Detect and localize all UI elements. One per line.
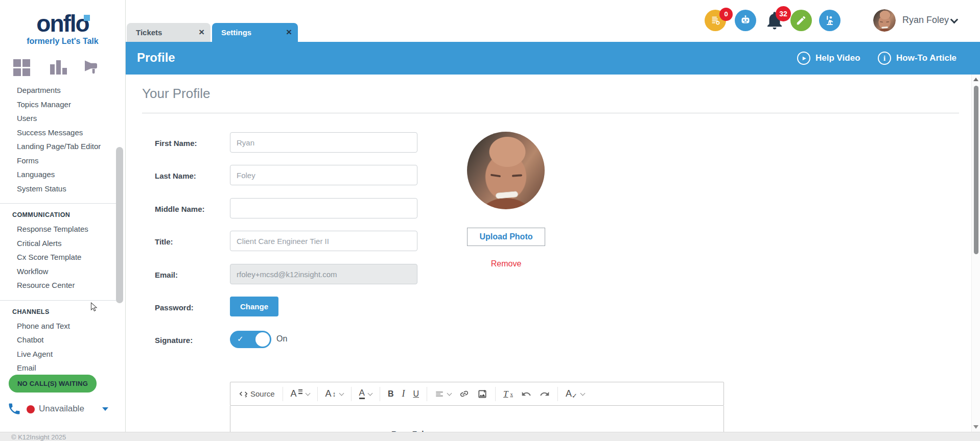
- user-menu-name[interactable]: Ryan Foley: [902, 15, 949, 26]
- help-video-link[interactable]: Help Video: [797, 51, 860, 65]
- sidebar-divider: [0, 203, 118, 204]
- chevron-down-icon: [305, 390, 310, 396]
- sidebar-section-communication: COMMUNICATION: [0, 208, 118, 222]
- user-avatar[interactable]: [873, 9, 896, 32]
- raise-hand-icon[interactable]: [819, 10, 841, 31]
- chevron-down-icon: [339, 390, 344, 396]
- sidebar-item-forms[interactable]: Forms: [0, 154, 118, 168]
- phone-icon[interactable]: [7, 402, 21, 418]
- tab-settings-close-icon[interactable]: ×: [286, 23, 292, 41]
- sidebar-item-resource-center[interactable]: Resource Center: [0, 278, 118, 292]
- remove-photo-link[interactable]: Remove: [467, 259, 545, 268]
- section-title: Your Profile: [142, 86, 210, 102]
- app-logo[interactable]: onflo formerly Let's Talk: [0, 11, 125, 46]
- tab-tickets-close-icon[interactable]: ×: [199, 23, 204, 41]
- compose-pencil-icon[interactable]: [790, 10, 812, 31]
- status-unavailable-dot: [27, 405, 35, 413]
- chevron-down-icon: [580, 390, 585, 396]
- font-color-button[interactable]: A: [356, 386, 375, 401]
- sidebar-item-response-templates[interactable]: Response Templates: [0, 222, 118, 236]
- remove-format-button[interactable]: Tx: [500, 387, 516, 401]
- first-name-input[interactable]: [230, 132, 417, 153]
- scrollbar-thumb[interactable]: [974, 86, 978, 254]
- user-avatar-photo: [873, 9, 896, 32]
- sidebar-item-workflow[interactable]: Workflow: [0, 264, 118, 279]
- availability-control: Unavailable: [7, 400, 120, 419]
- bar-chart-icon[interactable]: [50, 59, 68, 77]
- undo-button[interactable]: [518, 387, 534, 401]
- how-to-article-link[interactable]: i How-To Article: [878, 51, 956, 65]
- title-label: Title:: [155, 237, 173, 246]
- profile-photo: [467, 132, 545, 209]
- chevron-down-icon: [447, 390, 452, 396]
- sidebar-item-departments[interactable]: Departments: [0, 83, 118, 97]
- email-label: Email:: [155, 271, 178, 279]
- sidebar-item-system-status[interactable]: System Status: [0, 182, 118, 196]
- font-size-button[interactable]: A↕: [322, 386, 346, 401]
- call-status-pill[interactable]: NO CALL(S) WAITING: [9, 375, 97, 393]
- italic-button[interactable]: I: [399, 386, 408, 401]
- font-family-button[interactable]: A: [288, 386, 313, 401]
- copyright-text: © K12Insight 2025: [11, 433, 66, 441]
- availability-caret-icon[interactable]: [102, 407, 108, 411]
- scrollbar-down-arrow[interactable]: [973, 425, 978, 429]
- last-name-input[interactable]: [230, 165, 417, 185]
- change-password-button[interactable]: Change: [230, 297, 278, 316]
- footer-bar: © K12Insight 2025: [0, 432, 980, 441]
- availability-label: Unavailable: [39, 404, 84, 414]
- chevron-down-icon: [367, 390, 372, 396]
- last-name-label: Last Name:: [155, 172, 196, 180]
- dashboard-grid-icon[interactable]: [13, 59, 30, 76]
- signature-label: Signature:: [155, 336, 193, 345]
- alignment-button[interactable]: [432, 387, 454, 401]
- redo-button[interactable]: [536, 387, 553, 401]
- sidebar-item-email[interactable]: Email: [0, 361, 118, 375]
- forms-badge[interactable]: 0: [719, 8, 733, 21]
- logo-square-accent: [84, 15, 90, 21]
- sidebar-item-landing-page[interactable]: Landing Page/Tab Editor: [0, 139, 118, 154]
- sidebar-item-users[interactable]: Users: [0, 111, 118, 126]
- chatbot-icon[interactable]: [735, 10, 756, 31]
- tab-settings-label: Settings: [221, 23, 251, 42]
- bold-button[interactable]: B: [385, 387, 397, 401]
- sidebar-item-phone-and-text[interactable]: Phone and Text: [0, 319, 118, 333]
- app-window: onflo formerly Let's Talk Departments To…: [0, 0, 980, 441]
- notifications-badge[interactable]: 32: [776, 6, 791, 21]
- title-input[interactable]: [230, 231, 417, 251]
- first-name-label: First Name:: [155, 139, 197, 148]
- underline-button[interactable]: U: [410, 387, 422, 401]
- spell-check-style-button[interactable]: A✓: [563, 386, 588, 402]
- password-label: Password:: [155, 303, 194, 312]
- sidebar-scrollbar-thumb[interactable]: [116, 147, 123, 303]
- sidebar-item-topics-manager[interactable]: Topics Manager: [0, 97, 118, 112]
- insert-image-button[interactable]: [474, 387, 491, 401]
- section-divider: [142, 113, 959, 113]
- tab-settings[interactable]: Settings ×: [212, 23, 298, 42]
- sidebar-nav: Departments Topics Manager Users Success…: [0, 83, 118, 376]
- help-video-label: Help Video: [815, 53, 860, 63]
- sidebar-section-channels: CHANNELS: [0, 305, 118, 319]
- sidebar-divider: [0, 300, 118, 301]
- sidebar-item-success-messages[interactable]: Success Messages: [0, 126, 118, 140]
- tab-tickets[interactable]: Tickets ×: [127, 23, 211, 42]
- sidebar-item-languages[interactable]: Languages: [0, 167, 118, 182]
- logo-wordmark: onflo: [36, 11, 88, 36]
- signature-editor-body[interactable]: Ryan Foley: [230, 406, 724, 432]
- signature-toggle[interactable]: ✓: [230, 331, 271, 348]
- user-menu-chevron-down-icon[interactable]: [950, 16, 959, 24]
- link-button[interactable]: [456, 387, 472, 401]
- sidebar: onflo formerly Let's Talk Departments To…: [0, 0, 126, 432]
- sidebar-item-chatbot[interactable]: Chatbot: [0, 333, 118, 347]
- scrollbar-up-arrow[interactable]: [973, 78, 978, 81]
- sidebar-item-live-agent[interactable]: Live Agent: [0, 347, 118, 361]
- sidebar-item-cx-score-template[interactable]: Cx Score Template: [0, 250, 118, 264]
- content-scrollbar: [971, 75, 980, 432]
- source-button[interactable]: Source: [236, 387, 278, 401]
- logo-tagline: formerly Let's Talk: [0, 37, 125, 46]
- page-title: Profile: [137, 51, 175, 65]
- page-header: Profile Help Video i How-To Article: [126, 42, 980, 75]
- middle-name-input[interactable]: [230, 198, 417, 218]
- upload-photo-button[interactable]: Upload Photo: [467, 228, 545, 246]
- megaphone-icon[interactable]: [82, 58, 100, 79]
- sidebar-item-critical-alerts[interactable]: Critical Alerts: [0, 236, 118, 251]
